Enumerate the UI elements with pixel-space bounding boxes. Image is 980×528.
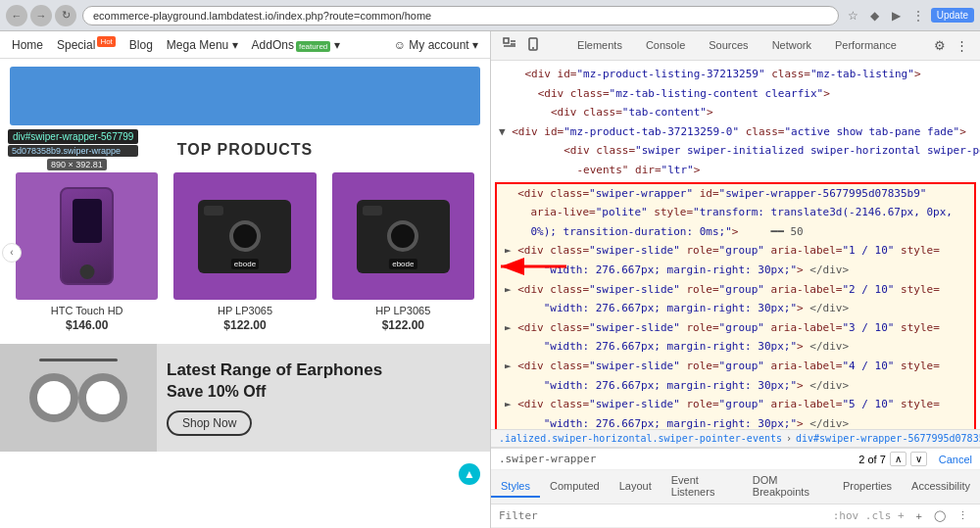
breadcrumb-separator: › xyxy=(786,433,792,444)
nav-addons[interactable]: AddOnsfeatured ▾ xyxy=(252,38,340,52)
toggle-element-state-button[interactable]: ◯ xyxy=(930,507,950,524)
selector-count: 2 of 7 ∧ ∨ Cancel xyxy=(858,452,972,466)
featured-badge: featured xyxy=(296,41,330,52)
settings-gear-icon[interactable]: ⚙ xyxy=(930,36,950,55)
nav-special[interactable]: SpecialHot xyxy=(57,37,116,52)
css-selector-text: .swiper-wrapper xyxy=(499,453,851,465)
forward-button[interactable]: → xyxy=(30,5,52,26)
devtools-toolbar: Elements Console Sources Network Perform… xyxy=(491,31,980,61)
product-name-1: HTC Touch HD xyxy=(16,305,158,316)
css-tab-properties[interactable]: Properties xyxy=(833,476,902,498)
nav-account[interactable]: ☺ My account ▾ xyxy=(394,38,478,52)
extensions-icon[interactable]: ◆ xyxy=(866,7,884,24)
css-tab-event-listeners[interactable]: Event Listeners xyxy=(662,470,743,504)
tree-line-slide-2[interactable]: ► <div class="swiper-slide" role="group"… xyxy=(497,280,974,300)
selector-count-text: 2 of 7 xyxy=(858,454,886,465)
tree-line-slide-3[interactable]: ► <div class="swiper-slide" role="group"… xyxy=(497,318,974,338)
product-image-3: ebode xyxy=(332,172,474,300)
product-card-2[interactable]: ebode HP LP3065 $122.00 xyxy=(170,168,319,336)
breadcrumb-bar: .ialized.swiper-horizontal.swiper-pointe… xyxy=(491,429,980,448)
tab-performance[interactable]: Performance xyxy=(823,34,908,58)
svg-rect-0 xyxy=(504,38,509,43)
tree-line[interactable]: <div id="mz-product-listing-37213259" cl… xyxy=(491,65,980,84)
back-button[interactable]: ← xyxy=(6,5,27,26)
tree-line-slide-4b[interactable]: "width: 276.667px; margin-right: 30px;">… xyxy=(497,376,974,396)
tree-line-slide-1[interactable]: ► <div class="swiper-slide" role="group"… xyxy=(497,241,974,261)
product-image-1 xyxy=(16,172,158,300)
nav-blog[interactable]: Blog xyxy=(129,38,153,52)
tree-line[interactable]: ▼ <div id="mz-product-tab-37213259-0" cl… xyxy=(491,122,980,142)
update-button[interactable]: Update xyxy=(931,8,974,23)
nav-home[interactable]: Home xyxy=(12,38,43,52)
css-tab-computed[interactable]: Computed xyxy=(540,476,610,498)
selector-next-button[interactable]: ∨ xyxy=(910,452,927,466)
tooltip-size: 890 × 392.81 xyxy=(47,159,107,170)
shop-now-button[interactable]: Shop Now xyxy=(167,410,252,436)
tab-console[interactable]: Console xyxy=(634,34,697,58)
cancel-button[interactable]: Cancel xyxy=(939,454,972,465)
tree-line-slide-4[interactable]: ► <div class="swiper-slide" role="group"… xyxy=(497,357,974,376)
inspect-element-button[interactable] xyxy=(499,35,520,56)
earphones-title: Latest Range of Earphones xyxy=(167,360,382,380)
tree-line-slide-5b[interactable]: "width: 276.667px; margin-right: 30px;">… xyxy=(497,414,974,429)
more-options-icon[interactable]: ⋮ xyxy=(952,36,972,55)
product-name-3: HP LP3065 xyxy=(332,305,474,316)
css-panel: .swiper-wrapper 2 of 7 ∧ ∨ Cancel Styles… xyxy=(491,448,980,528)
tab-elements[interactable]: Elements xyxy=(565,34,634,58)
earphones-content: Latest Range of Earphones Save 10% Off S… xyxy=(167,360,382,436)
tree-line[interactable]: <div class="mz-tab-listing-content clear… xyxy=(491,84,980,104)
tab-sources[interactable]: Sources xyxy=(697,34,760,58)
tree-line-highlighted-1[interactable]: <div class="swiper-wrapper" id="swiper-w… xyxy=(497,184,974,204)
nav-mega-menu[interactable]: Mega Menu ▾ xyxy=(167,38,238,52)
browser-actions: ☆ ◆ ▶ ⋮ Update xyxy=(845,7,974,24)
tree-line-slide-2b[interactable]: "width: 276.667px; margin-right: 30px;">… xyxy=(497,299,974,318)
reload-button[interactable]: ↻ xyxy=(55,5,76,26)
bookmark-icon[interactable]: ☆ xyxy=(845,7,862,24)
address-bar[interactable]: ecommerce-playground.lambdatest.io/index… xyxy=(82,6,839,25)
scroll-top-button[interactable]: ▲ xyxy=(459,463,480,485)
css-tab-dom-breakpoints[interactable]: DOM Breakpoints xyxy=(743,470,833,504)
css-panel-actions: + ◯ ⋮ xyxy=(912,507,972,524)
tree-line[interactable]: <div class="tab-content"> xyxy=(491,103,980,122)
earphones-subtitle: Save 10% Off xyxy=(167,383,382,401)
account-icon[interactable]: ▶ xyxy=(888,7,906,24)
highlighted-swiper-wrapper[interactable]: <div class="swiper-wrapper" id="swiper-w… xyxy=(495,182,976,429)
products-grid: ‹ HTC Touch HD $146.00 xyxy=(12,168,478,336)
css-filter-input[interactable] xyxy=(499,509,825,522)
css-tab-styles[interactable]: Styles xyxy=(491,476,540,498)
html-tree[interactable]: <div id="mz-product-listing-37213259" cl… xyxy=(491,61,980,429)
product-card-3[interactable]: ebode HP LP3065 $122.00 xyxy=(328,168,478,336)
site-nav: Home SpecialHot Blog Mega Menu ▾ AddOnsf… xyxy=(0,31,490,59)
product-card-1[interactable]: HTC Touch HD $146.00 xyxy=(12,168,162,336)
tree-line-slide-5[interactable]: ► <div class="swiper-slide" role="group"… xyxy=(497,395,974,414)
devtools-panel: Elements Console Sources Network Perform… xyxy=(490,31,980,528)
breadcrumb-item-2[interactable]: div#swiper-wrapper-5677995d078358b9.swip… xyxy=(796,433,980,444)
css-tab-accessibility[interactable]: Accessibility xyxy=(902,476,980,498)
settings-icon[interactable]: ⋮ xyxy=(909,7,927,24)
devtools-content-wrapper: <div id="mz-product-listing-37213259" cl… xyxy=(491,61,980,528)
more-actions-button[interactable]: ⋮ xyxy=(954,507,972,524)
products-prev-button[interactable]: ‹ xyxy=(2,243,22,263)
product-price-1: $146.00 xyxy=(16,318,158,332)
tab-network[interactable]: Network xyxy=(760,34,823,58)
breadcrumb-item-1[interactable]: .ialized.swiper-horizontal.swiper-pointe… xyxy=(499,433,782,444)
selector-prev-button[interactable]: ∧ xyxy=(890,452,906,466)
site-banner xyxy=(10,67,480,125)
tree-line-highlighted-2[interactable]: aria-live="polite" style="transform: tra… xyxy=(497,203,974,222)
device-toolbar-button[interactable] xyxy=(522,35,544,56)
css-panel-tabs: Styles Computed Layout Event Listeners D… xyxy=(491,470,980,504)
css-filter-hint: :hov .cls + xyxy=(833,509,905,522)
earphones-banner: Latest Range of Earphones Save 10% Off S… xyxy=(0,344,490,452)
tree-line-slide-1b[interactable]: "width: 276.667px; margin-right: 30px;">… xyxy=(497,261,974,280)
tree-line[interactable]: <div class="swiper swiper-initialized sw… xyxy=(491,141,980,161)
nav-buttons: ← → ↻ xyxy=(6,5,76,26)
tree-line-highlighted-3[interactable]: 0%); transition-duration: 0ms;"> ━━ 50 xyxy=(497,222,974,242)
devtools-tabs: Elements Console Sources Network Perform… xyxy=(565,34,908,58)
new-style-rule-button[interactable]: + xyxy=(912,507,926,524)
product-image-2: ebode xyxy=(173,172,316,300)
tree-line-slide-3b[interactable]: "width: 276.667px; margin-right: 30px;">… xyxy=(497,337,974,357)
css-tab-layout[interactable]: Layout xyxy=(610,476,662,498)
tree-line[interactable]: -events" dir="ltr"> xyxy=(491,161,980,180)
main-layout: Home SpecialHot Blog Mega Menu ▾ AddOnsf… xyxy=(0,31,980,528)
website-panel: Home SpecialHot Blog Mega Menu ▾ AddOnsf… xyxy=(0,31,490,528)
